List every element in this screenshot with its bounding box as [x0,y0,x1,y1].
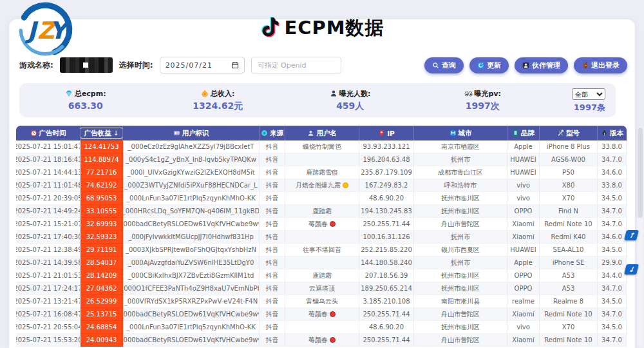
cell-revenue: 74.62192 [80,179,123,192]
cell-version: 34.5.0 [598,321,627,334]
cell-text: 34.5.0 [601,195,622,202]
table-row[interactable]: 2025-07-21 18:16:41114.88974_000yS4c1gZ_… [16,153,627,166]
cell-text: 34.5.0 [601,324,622,331]
table-row[interactable]: 2025-07-21 14:49:2433.10555_000HRcsLDq_S… [16,205,627,218]
stat-label-text: 总ecpm: [75,89,106,99]
refresh-button[interactable]: 更新 [469,57,509,73]
table-row[interactable]: 2025-07-21 20:55:0424.68854_000LnFun3a07… [16,321,627,334]
table-row[interactable]: 2025-07-21 15:21:0732.69993_000badCBetyR… [16,218,627,231]
date-input[interactable]: 2025/07/21 [160,57,245,73]
scope-select[interactable]: 全部 [572,88,605,100]
table-row[interactable]: 2025-07-21 14:44:1377.21716_000l_UIVxGzi… [16,166,627,179]
scroll-down-badge[interactable]: ↓ [624,264,639,275]
cell-ip: 196.204.63.48 [359,153,414,166]
stat-value: 1997次 [417,101,549,112]
select-time-label: 选择时间: [119,60,153,71]
cell-city: 抚州市 [414,153,507,166]
cell-ip: 48.6.90.20 [359,192,414,205]
table-row[interactable]: 2025-07-21 17:24:1727.04362_000O1fCFEE3P… [16,282,627,295]
cell-text: OPPO [515,285,533,292]
table-row[interactable]: 2025-07-21 15:53:2024.00943_000badCBetyR… [16,334,627,347]
table-row[interactable]: 2025-07-21 16:08:4725.13715_000badCBetyR… [16,308,627,321]
cell-username: 莓颜春 [285,218,359,231]
cell-revenue: 25.13715 [80,308,123,321]
column-header-username: 用户名 [285,126,359,140]
cell-text: 28.14209 [86,272,117,279]
column-label: 用户标识 [182,129,209,138]
openid-input[interactable] [251,57,341,73]
cell-text: 194.130.245.83 [361,208,412,215]
sort-revenue-button[interactable]: 广告收益↓ [80,128,123,139]
table-row[interactable]: 2025-07-21 12:38:4929.71191_0003XJkbSPRJ… [16,244,627,256]
cell-text: 抖音 [266,297,279,306]
cell-model: P50 [540,166,598,179]
cell-version: 34.5.0 [598,295,627,308]
cell-revenue: 32.69993 [80,218,123,231]
cell-text: _000HRcsLDq_SoYFM7QN-q406lM_11gkBD [123,208,260,215]
cell-ip: 207.18.56.39 [359,269,414,282]
table-row[interactable]: 2025-07-21 13:21:4726.52999_000VfRYdSX1k… [16,295,627,308]
column-label: 城市 [459,129,472,138]
cell-text: 34.5.0 [601,246,622,253]
calendar-icon[interactable] [231,61,239,69]
cell-text: Realme 8 [553,298,583,305]
cell-model: AGS6-W00 [540,153,598,166]
table-row[interactable]: 2025-07-21 17:40:3032.59323_000jFylvwkkI… [16,231,627,244]
scrollbar-track[interactable] [637,126,643,347]
cell-model: X80 [540,179,598,192]
table-row[interactable]: 2025-07-21 21:01:5328.14209_000CBiKxlhxB… [16,269,627,282]
cell-text: 24.68854 [86,324,117,331]
cell-text: Redmi Note 10 [544,311,592,318]
brand-title-block: ECPM数据 [0,15,644,41]
cell-city: 抚州市 [414,231,507,244]
cell-source: 抖音 [260,334,285,347]
table-row[interactable]: 2025-07-21 11:01:4874.62192_000Z3WTVyJZN… [16,179,627,192]
cell-text: A53 [562,272,575,279]
cell-text: 24.00943 [86,336,117,343]
cell-text: 抖音 [266,310,279,319]
cell-openid: _000Z3WTVyJZNfdi5iPXuF88HECNDCar_L [123,179,260,192]
cell-text: 舟山市普陀区 [441,220,480,229]
column-label: 品牌 [521,129,535,138]
cell-city: 抚州市临川区 [414,192,507,205]
cell-text: 抚州市 [451,233,470,242]
cell-model: Find N [540,205,598,218]
cell-brand: Xiaomi [507,231,540,244]
table-row[interactable]: 2025-07-21 20:39:0568.95053_000LnFun3a07… [16,192,627,205]
cell-city: 舟山市普陀区 [414,218,507,231]
cell-text: iPhone 8 Plus [547,143,590,150]
table-row[interactable]: 2025-07-21 15:01:47124.41753_000eCz0zEz9… [16,140,627,153]
cell-text: 34.6.0 [601,233,622,240]
search-button[interactable]: 查询 [424,57,464,73]
cell-text: _000jFylvwkkItMGUcpJJ7l0Hdhwf831Hp [128,233,254,240]
cell-text: 抖音 [266,323,279,332]
cell-text: HUAWEI [510,246,536,253]
jzy-logo-icon: J Z Y [15,0,75,59]
cell-text: 银川市西夏区 [441,246,480,255]
stat-value: 1324.62元 [152,101,285,112]
cell-brand: HUAWEI [507,153,540,166]
cell-ip: 250.255.71.44 [359,218,414,231]
column-header-revenue[interactable]: 广告收益↓ [80,126,123,140]
column-header-brand: 品牌 [507,126,540,140]
stat-label: 曝光人数: [284,89,417,99]
cell-revenue: 114.88974 [80,153,123,166]
cell-text: P50 [562,169,574,176]
cell-time: 2025-07-21 20:55:04 [16,321,80,334]
logout-button[interactable]: 退出登录 [574,57,627,73]
cell-city: 成都市青白江区 [414,166,507,179]
cell-city: 舟山市普陀区 [414,308,507,321]
table-row[interactable]: 2025-07-21 14:39:5828.54037_000AjAvzgfda… [16,256,627,269]
scroll-up-badge[interactable]: ↑ [624,230,639,240]
toolbar: 查询更新伙伴管理退出登录 [424,57,627,73]
cell-text: 2025-07-21 14:49:24 [16,208,80,215]
cell-text: SEA-AL10 [553,246,584,253]
cell-version: 34.7.0 [598,205,627,218]
stat-label-text: 曝光人数: [339,89,370,99]
users-button[interactable]: 伙伴管理 [515,57,568,73]
cell-text: 莓颜春 [308,336,328,345]
cell-text: 34.7.0 [601,311,622,318]
scrollbar-thumb[interactable] [638,128,643,218]
cell-text: Redmi K40 [551,233,586,240]
cell-model: Redmi Note 10 [540,308,598,321]
